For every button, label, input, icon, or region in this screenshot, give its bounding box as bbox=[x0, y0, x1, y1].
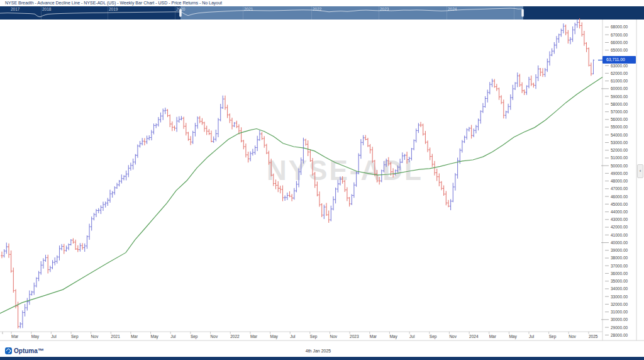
timeline-year-separator bbox=[379, 6, 379, 20]
svg-text:47000.00: 47000.00 bbox=[611, 186, 628, 191]
status-bar: Optuma™ 4th Jan 2025 bbox=[0, 340, 644, 357]
timeline-year-label: 2020 bbox=[176, 7, 185, 11]
optuma-logo: Optuma™ bbox=[5, 347, 44, 354]
timeline-year-label: 2017 bbox=[11, 7, 19, 11]
chevron-left-icon: ‹ bbox=[640, 168, 641, 174]
last-price-badge: 63,711.00 bbox=[602, 56, 636, 64]
svg-text:49000.00: 49000.00 bbox=[611, 171, 628, 176]
svg-text:29000.00: 29000.00 bbox=[611, 325, 628, 330]
bottom-accent-bar bbox=[0, 357, 644, 360]
optuma-chart-window: NYSE Breadth - Advance Decline Line - NY… bbox=[0, 0, 644, 360]
svg-text:40000.00: 40000.00 bbox=[611, 240, 628, 245]
svg-text:46000.00: 46000.00 bbox=[611, 194, 628, 199]
date-range-slider[interactable]: 20172018201920202021202220232024 bbox=[0, 6, 644, 20]
optuma-logo-icon bbox=[5, 347, 12, 354]
timeline-year-separator bbox=[175, 6, 175, 20]
timeline-year-label: 2024 bbox=[448, 7, 457, 11]
svg-text:38000.00: 38000.00 bbox=[611, 256, 628, 260]
timeline-year-separator bbox=[514, 6, 514, 20]
svg-text:55000.00: 55000.00 bbox=[611, 125, 628, 129]
svg-text:35000.00: 35000.00 bbox=[611, 279, 628, 283]
svg-text:50000.00: 50000.00 bbox=[611, 164, 628, 168]
date-range-selection[interactable] bbox=[180, 6, 523, 20]
brand-label: Optuma™ bbox=[14, 347, 44, 354]
svg-text:67000.00: 67000.00 bbox=[611, 33, 628, 37]
svg-text:65000.00: 65000.00 bbox=[611, 48, 628, 52]
svg-text:57000.00: 57000.00 bbox=[611, 110, 628, 114]
timeline-year-separator bbox=[243, 6, 243, 20]
svg-text:66000.00: 66000.00 bbox=[611, 40, 628, 45]
svg-text:52000.00: 52000.00 bbox=[611, 148, 628, 152]
svg-text:39000.00: 39000.00 bbox=[611, 248, 628, 252]
svg-text:54000.00: 54000.00 bbox=[611, 133, 628, 137]
timeline-year-label: 2023 bbox=[380, 7, 389, 11]
svg-text:56000.00: 56000.00 bbox=[611, 117, 628, 121]
svg-text:58000.00: 58000.00 bbox=[611, 102, 628, 106]
svg-text:48000.00: 48000.00 bbox=[611, 179, 628, 183]
svg-text:61000.00: 61000.00 bbox=[611, 79, 628, 83]
svg-text:30000.00: 30000.00 bbox=[611, 317, 628, 322]
svg-text:44000.00: 44000.00 bbox=[611, 210, 628, 214]
svg-text:51000.00: 51000.00 bbox=[611, 155, 628, 160]
svg-text:28000.00: 28000.00 bbox=[611, 333, 628, 337]
timeline-year-label: 2022 bbox=[313, 7, 321, 11]
timeline-year-label: 2021 bbox=[244, 7, 253, 11]
collapse-panel-button[interactable]: ‹ bbox=[637, 164, 643, 178]
svg-text:63000.00: 63000.00 bbox=[611, 64, 628, 68]
svg-text:45000.00: 45000.00 bbox=[611, 202, 628, 206]
svg-text:68000.00: 68000.00 bbox=[611, 25, 628, 29]
svg-text:62000.00: 62000.00 bbox=[611, 71, 628, 76]
svg-text:37000.00: 37000.00 bbox=[611, 264, 628, 268]
cursor-date-label: 4th Jan 2025 bbox=[291, 349, 345, 353]
timeline-year-label: 2018 bbox=[42, 7, 51, 11]
timeline-year-separator bbox=[41, 6, 42, 20]
svg-text:42000.00: 42000.00 bbox=[611, 225, 628, 229]
svg-text:43000.00: 43000.00 bbox=[611, 217, 628, 222]
svg-text:36000.00: 36000.00 bbox=[611, 271, 628, 276]
svg-text:32000.00: 32000.00 bbox=[611, 302, 628, 307]
timeline-year-separator bbox=[311, 6, 312, 20]
window-title: NYSE Breadth - Advance Decline Line - NY… bbox=[0, 0, 644, 6]
instrument-watermark: NYSE-ADL bbox=[267, 155, 423, 186]
range-handle-right[interactable] bbox=[521, 9, 524, 17]
svg-text:59000.00: 59000.00 bbox=[611, 94, 628, 99]
svg-text:41000.00: 41000.00 bbox=[611, 233, 628, 237]
price-axis-ticks: 28000.0029000.0030000.0031000.0032000.00… bbox=[601, 25, 628, 337]
svg-text:33000.00: 33000.00 bbox=[611, 295, 628, 299]
timeline-year-separator bbox=[447, 6, 447, 20]
timeline-year-label: 2019 bbox=[109, 7, 118, 11]
svg-text:53000.00: 53000.00 bbox=[611, 140, 628, 145]
svg-text:31000.00: 31000.00 bbox=[611, 310, 628, 314]
svg-text:60000.00: 60000.00 bbox=[611, 86, 628, 91]
timeline-year-separator bbox=[108, 6, 108, 20]
svg-text:34000.00: 34000.00 bbox=[611, 286, 628, 291]
